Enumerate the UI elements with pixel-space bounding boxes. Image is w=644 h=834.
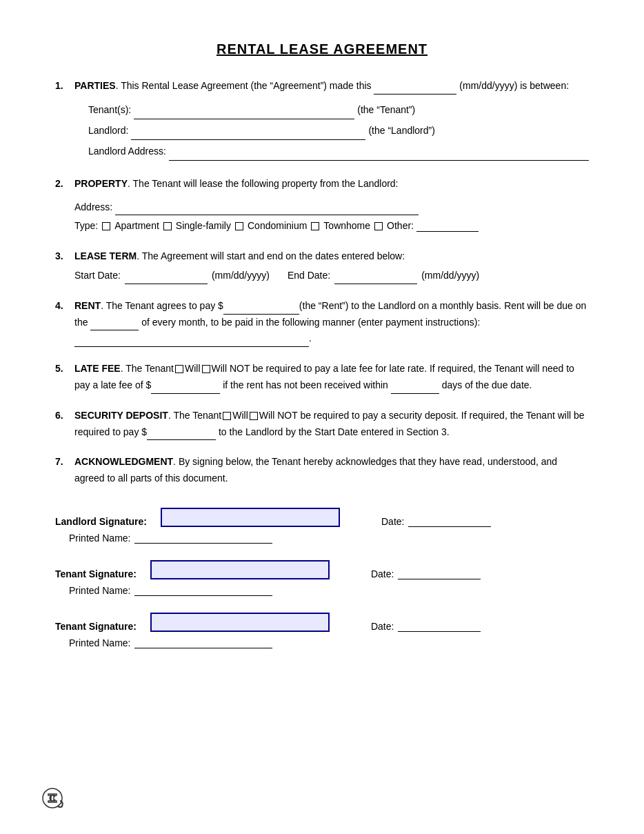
tenant2-sig-field[interactable] bbox=[150, 613, 330, 632]
rent-due-day-field[interactable] bbox=[90, 319, 139, 330]
section-3-num: 3. bbox=[55, 248, 69, 284]
tenant2-printed-label: Printed Name: bbox=[69, 637, 130, 648]
security-deposit-amount-field[interactable] bbox=[147, 429, 216, 440]
section-4-text3: of every month, to be paid in the follow… bbox=[141, 317, 480, 328]
end-date-label: End Date: bbox=[288, 268, 330, 284]
type-apartment: Apartment bbox=[114, 218, 159, 235]
landlord-signature-block: Landlord Signature: Date: Printed Name: bbox=[55, 508, 589, 544]
landlord-sig-label: Landlord Signature: bbox=[55, 516, 147, 527]
tenant1-date-field[interactable] bbox=[398, 568, 481, 579]
section-6-will: Will bbox=[232, 410, 248, 421]
other-checkbox[interactable] bbox=[374, 222, 383, 230]
landlord-name-field[interactable] bbox=[131, 129, 365, 140]
section-2-heading: PROPERTY bbox=[74, 178, 128, 189]
section-7-num: 7. bbox=[55, 454, 69, 487]
section-2-num: 2. bbox=[55, 176, 69, 235]
type-other: Other: bbox=[387, 218, 414, 235]
section-4-num: 4. bbox=[55, 298, 69, 347]
tenant2-printed-field[interactable] bbox=[134, 637, 272, 648]
section-3-text: . The Agreement will start and end on th… bbox=[137, 250, 405, 261]
rent-amount-field[interactable] bbox=[223, 304, 299, 315]
type-label: Type: bbox=[74, 218, 98, 235]
end-date-field[interactable] bbox=[334, 273, 417, 284]
section-1-text-after: (mm/dd/yyyy) is between: bbox=[459, 80, 569, 91]
single-family-checkbox[interactable] bbox=[163, 222, 172, 230]
section-4-heading: RENT bbox=[74, 300, 101, 311]
logo-icon: C bbox=[41, 787, 63, 809]
signature-section: Landlord Signature: Date: Printed Name: … bbox=[55, 508, 589, 648]
tenant2-signature-block: Tenant Signature: Date: Printed Name: bbox=[55, 613, 589, 648]
payment-instructions-field[interactable] bbox=[74, 336, 309, 347]
svg-text:C: C bbox=[49, 793, 56, 804]
section-2-text: . The Tenant will lease the following pr… bbox=[128, 178, 399, 189]
property-address-field[interactable] bbox=[115, 204, 419, 215]
section-late-fee: 5. LATE FEE. The TenantWillWill NOT be r… bbox=[55, 361, 589, 394]
landlord-sig-field[interactable] bbox=[161, 508, 340, 527]
section-4-dot: . bbox=[309, 332, 312, 344]
section-6-text-rest2: to the Landlord by the Start Date entere… bbox=[219, 426, 450, 437]
security-will-not-checkbox[interactable] bbox=[250, 412, 258, 420]
section-1-text-before: . This Rental Lease Agreement (the “Agre… bbox=[116, 80, 372, 91]
section-acknowledgment: 7. ACKNOWLEDGMENT. By signing below, the… bbox=[55, 454, 589, 487]
address-label: Address: bbox=[74, 199, 112, 216]
watermark-logo: C bbox=[41, 787, 63, 813]
section-6-text-intro: . The Tenant bbox=[168, 410, 221, 421]
security-will-checkbox[interactable] bbox=[223, 412, 231, 420]
tenant1-signature-block: Tenant Signature: Date: Printed Name: bbox=[55, 560, 589, 596]
tenant2-date-field[interactable] bbox=[398, 621, 481, 632]
tenant1-printed-field[interactable] bbox=[134, 585, 272, 596]
document-title: RENTAL LEASE AGREEMENT bbox=[55, 41, 589, 57]
landlord-date-field[interactable] bbox=[408, 516, 491, 527]
landlord-printed-label: Printed Name: bbox=[69, 533, 130, 544]
late-fee-will-not-checkbox[interactable] bbox=[202, 365, 210, 373]
section-security-deposit: 6. SECURITY DEPOSIT. The TenantWillWill … bbox=[55, 408, 589, 441]
landlord-suffix: (the “Landlord”) bbox=[368, 121, 435, 140]
tenant1-sig-field[interactable] bbox=[150, 560, 330, 579]
tenant2-sig-label: Tenant Signature: bbox=[55, 621, 137, 632]
tenant1-date-label: Date: bbox=[371, 568, 394, 579]
apartment-checkbox[interactable] bbox=[102, 222, 110, 230]
section-parties: 1. PARTIES. This Rental Lease Agreement … bbox=[55, 78, 589, 162]
landlord-date-label: Date: bbox=[381, 516, 404, 527]
start-date-format: (mm/dd/yyyy) bbox=[212, 268, 270, 284]
section-5-will: Will bbox=[185, 363, 201, 374]
section-4-text: . The Tenant agrees to pay $ bbox=[101, 300, 223, 311]
section-1-num: 1. bbox=[55, 78, 69, 162]
section-6-will-not: Will NOT bbox=[259, 410, 298, 421]
tenant2-date-label: Date: bbox=[371, 621, 394, 632]
tenant1-sig-label: Tenant Signature: bbox=[55, 568, 137, 579]
landlord-address-field[interactable] bbox=[169, 150, 589, 161]
late-fee-days-field[interactable] bbox=[391, 383, 439, 394]
section-7-heading: ACKNOWLEDGMENT bbox=[74, 456, 173, 467]
section-3-heading: LEASE TERM bbox=[74, 250, 137, 261]
other-type-field[interactable] bbox=[416, 221, 479, 232]
tenant-label: Tenant(s): bbox=[88, 100, 131, 119]
section-5-text-intro: . The Tenant bbox=[121, 363, 174, 374]
landlord-address-label: Landlord Address: bbox=[88, 141, 166, 161]
section-6-heading: SECURITY DEPOSIT bbox=[74, 410, 168, 421]
section-property: 2. PROPERTY. The Tenant will lease the f… bbox=[55, 176, 589, 235]
tenant-suffix: (the “Tenant”) bbox=[357, 100, 415, 119]
section-5-text-rest2: if the rent has not been received within bbox=[223, 379, 388, 390]
tenant1-printed-label: Printed Name: bbox=[69, 585, 130, 596]
section-5-heading: LATE FEE bbox=[74, 363, 121, 374]
end-date-format: (mm/dd/yyyy) bbox=[421, 268, 479, 284]
tenant-name-field[interactable] bbox=[134, 108, 354, 119]
landlord-printed-field[interactable] bbox=[134, 533, 272, 544]
late-fee-amount-field[interactable] bbox=[151, 383, 220, 394]
townhome-checkbox[interactable] bbox=[311, 222, 319, 230]
section-1-heading: PARTIES bbox=[74, 80, 116, 91]
section-6-num: 6. bbox=[55, 408, 69, 441]
condominium-checkbox[interactable] bbox=[235, 222, 243, 230]
type-condominium: Condominium bbox=[248, 218, 307, 235]
section-5-will-not: Will NOT bbox=[212, 363, 250, 374]
start-date-label: Start Date: bbox=[74, 268, 121, 284]
type-single-family: Single-family bbox=[176, 218, 231, 235]
agreement-date-field[interactable] bbox=[374, 83, 456, 95]
late-fee-will-checkbox[interactable] bbox=[175, 365, 183, 373]
start-date-field[interactable] bbox=[125, 273, 208, 284]
section-5-num: 5. bbox=[55, 361, 69, 394]
type-townhome: Townhome bbox=[323, 218, 370, 235]
section-rent: 4. RENT. The Tenant agrees to pay $(the … bbox=[55, 298, 589, 347]
landlord-label: Landlord: bbox=[88, 121, 128, 140]
